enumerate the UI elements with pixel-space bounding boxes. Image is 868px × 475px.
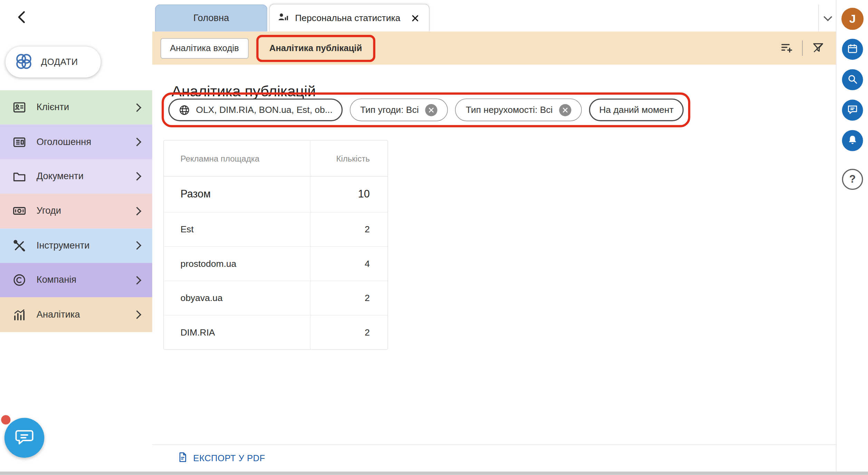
platform-count: 4 [310,247,387,281]
messages-button[interactable] [842,100,863,121]
export-pdf-label: ЕКСПОРТ У PDF [193,453,265,463]
tab-personal-statistics-label: Персональна статистика [295,13,404,23]
sidebar-item-label: Документи [37,171,134,182]
sidebar-item-documents[interactable]: Документи [0,159,152,194]
sidebar-item-listings[interactable]: Оголошення [0,125,152,159]
publications-analytics-button[interactable]: Аналітика публікацій [260,38,371,58]
add-button-label: ДОДАТИ [41,57,78,67]
person-stats-icon [277,11,289,25]
sidebar-item-label: Оголошення [37,136,134,147]
table-row: obyava.ua 2 [164,281,388,315]
remove-chip-icon[interactable] [559,104,571,116]
tools-icon [12,239,27,253]
calendar-button[interactable] [842,39,863,60]
platform-count: 2 [310,213,387,246]
chevron-right-icon [133,207,141,215]
chart-icon [12,308,27,322]
sidebar-item-label: Угоди [37,205,134,216]
total-label: Разом [164,176,310,212]
sidebar-item-label: Інструменти [37,240,134,251]
pdf-file-icon [177,452,188,465]
column-header-platform: Рекламна площадка [164,140,310,176]
sidebar-item-tools[interactable]: Інструменти [0,228,152,263]
chip-property-type-label: Тип нерухомості: Всі [466,105,553,115]
banknote-icon [12,204,27,219]
notifications-button[interactable] [842,130,863,151]
chat-notification-badge [1,415,10,424]
platform-count: 2 [310,316,387,349]
table-row: prostodom.ua 4 [164,246,388,280]
tab-home[interactable]: Головна [155,4,267,32]
clear-filter-button[interactable] [807,38,829,58]
toolbar-right-icons [775,38,829,58]
copyright-icon [12,273,27,288]
id-badge-icon [12,100,27,115]
column-header-count: Кількість [310,140,387,176]
annotation-rectangle-button: Аналітика публікацій [256,35,375,62]
chevron-down-icon [823,12,832,21]
sidebar-item-deals[interactable]: Угоди [0,194,152,228]
platform-count: 2 [310,281,387,315]
chevron-right-icon [133,276,141,284]
bell-icon [846,134,858,147]
chip-platforms-label: OLX, DIM.RIA, BON.ua, Est, ob... [196,105,332,115]
globe-icon [178,104,190,116]
search-icon [846,73,858,87]
tab-personal-statistics[interactable]: Персональна статистика [269,4,430,31]
chevron-right-icon [133,310,141,319]
table-header-row: Рекламна площадка Кількість [164,140,388,176]
tabs-dropdown-button[interactable] [818,4,837,32]
logins-analytics-button[interactable]: Аналітика входів [161,38,248,58]
sidebar-item-label: Клієнти [37,102,134,113]
back-button[interactable] [13,9,31,27]
analytics-toolbar: Аналітика входів Аналітика публікацій [152,31,836,65]
chevron-right-icon [133,103,141,112]
newspaper-icon [12,135,27,149]
platform-name: obyava.ua [164,281,310,315]
table-row: Est 2 [164,212,388,246]
publications-table: Рекламна площадка Кількість Разом 10 Est… [163,140,388,350]
chip-current-moment-label: На даний момент [599,105,673,115]
chip-property-type[interactable]: Тип нерухомості: Всі [455,98,582,121]
chip-deal-type-label: Тип угоди: Всі [360,105,419,115]
add-filter-button[interactable] [775,38,798,58]
search-button[interactable] [842,69,863,90]
remove-chip-icon[interactable] [425,104,437,116]
chevron-left-icon [15,9,30,26]
chevron-right-icon [133,172,141,181]
table-row-total: Разом 10 [164,176,388,212]
table-row: DIM.RIA 2 [164,315,388,349]
sidebar-item-analytics[interactable]: Аналітика [0,298,152,332]
sidebar-item-company[interactable]: Компанія [0,263,152,298]
filter-chips: OLX, DIM.RIA, BON.ua, Est, ob... Тип уго… [168,98,683,121]
add-filter-icon [780,41,793,56]
support-chat-button[interactable] [4,418,44,458]
message-icon [846,103,858,117]
sidebar: ДОДАТИ Клієнти Оголошення Документи Угод… [0,0,152,472]
chevron-right-icon [133,241,141,250]
annotation-rectangle-chips: OLX, DIM.RIA, BON.ua, Est, ob... Тип уго… [162,93,690,127]
platform-name: Est [164,213,310,246]
platform-name: prostodom.ua [164,247,310,281]
chip-platforms[interactable]: OLX, DIM.RIA, BON.ua, Est, ob... [168,98,343,121]
help-button[interactable]: ? [842,169,863,190]
chip-deal-type[interactable]: Тип угоди: Всі [350,98,448,121]
clear-filter-icon [811,41,824,56]
sidebar-item-clients[interactable]: Клієнти [0,90,152,125]
add-button[interactable]: ДОДАТИ [6,47,101,78]
bottom-edge-strip [0,472,868,475]
chip-current-moment[interactable]: На даний момент [589,98,684,121]
total-value: 10 [310,176,387,212]
export-footer: ЕКСПОРТ У PDF [152,444,836,472]
chevron-right-icon [133,138,141,146]
export-pdf-link[interactable]: ЕКСПОРТ У PDF [177,452,265,465]
close-tab-icon[interactable] [409,12,421,24]
right-toolbar: J ? [836,0,868,472]
app-window: ДОДАТИ Клієнти Оголошення Документи Угод… [0,0,868,475]
avatar[interactable]: J [841,8,864,30]
folder-icon [12,169,27,184]
sidebar-item-label: Аналітика [37,309,134,320]
sidebar-item-label: Компанія [37,274,134,285]
app-logo-icon [13,51,34,74]
calendar-icon [846,42,858,56]
